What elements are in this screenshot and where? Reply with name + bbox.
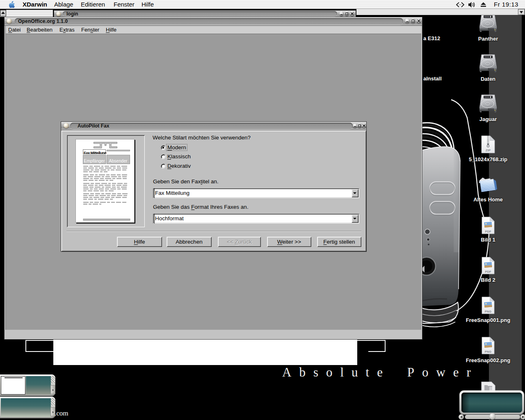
svg-text:PDF: PDF <box>485 230 491 233</box>
svg-text:ZIP: ZIP <box>486 148 491 152</box>
svg-text:PDF: PDF <box>485 270 491 274</box>
svg-text:PNG: PNG <box>485 310 491 313</box>
svg-text:Empfänger: Empfänger <box>84 158 105 163</box>
svg-text:Absender: Absender <box>109 158 128 163</box>
svg-text:PNG: PNG <box>485 350 491 354</box>
